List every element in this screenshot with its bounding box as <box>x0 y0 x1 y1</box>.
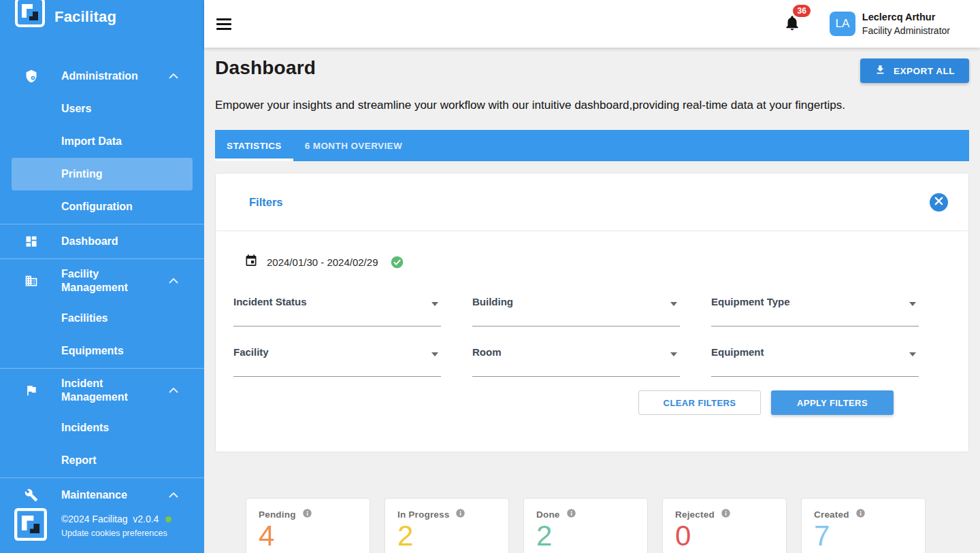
sidebar: Facilitag Administration Users Import Da… <box>0 0 204 553</box>
sidebar-item-label: Facilities <box>61 312 108 325</box>
sidebar-item-import-data[interactable]: Import Data <box>0 125 204 158</box>
tab-statistics[interactable]: STATISTICS <box>215 130 293 161</box>
filters-title: Filters <box>249 196 283 209</box>
stat-label: Rejected <box>675 509 715 520</box>
stat-label: Created <box>814 509 849 520</box>
sidebar-item-report[interactable]: Report <box>0 444 204 477</box>
brand: Facilitag <box>0 0 204 34</box>
info-icon[interactable] <box>566 508 576 521</box>
dashboard-icon <box>23 233 39 250</box>
sidebar-item-incident-management[interactable]: Incident Management <box>0 369 204 412</box>
stat-value: 4 <box>259 521 370 551</box>
sidebar-item-configuration[interactable]: Configuration <box>0 190 204 223</box>
page-content: Dashboard EXPORT ALL Empower your insigh… <box>204 48 980 553</box>
main-area: 36 LA Leclercq Arthur Facility Administr… <box>204 0 980 553</box>
dropdown-arrow-icon <box>431 302 438 306</box>
stat-value: 7 <box>814 521 925 551</box>
date-range-value: 2024/01/30 - 2024/02/29 <box>267 256 378 268</box>
stat-card-done: Done 2 <box>523 498 648 553</box>
sidebar-item-incidents[interactable]: Incidents <box>0 412 204 444</box>
sidebar-item-label: Report <box>61 454 97 467</box>
equipment-type-select[interactable]: Equipment Type <box>711 296 919 326</box>
page-subtitle: Empower your insights and streamline you… <box>215 99 969 112</box>
incident-status-select[interactable]: Incident Status <box>233 296 441 326</box>
sidebar-item-dashboard[interactable]: Dashboard <box>0 225 204 258</box>
user-info[interactable]: Leclercq Arthur Facility Administrator <box>862 12 950 36</box>
stat-label: In Progress <box>397 509 449 520</box>
shield-icon <box>23 68 39 84</box>
sidebar-divider <box>0 258 204 259</box>
info-icon[interactable] <box>455 508 466 521</box>
notification-badge: 36 <box>793 5 810 17</box>
stat-card-in-progress: In Progress 2 <box>385 498 509 553</box>
facility-select[interactable]: Facility <box>233 346 441 377</box>
sidebar-item-facilities[interactable]: Facilities <box>0 302 204 335</box>
sidebar-item-label: Incident Management <box>61 377 162 404</box>
stats-cards: Pending 4 In Progress 2 <box>246 498 969 553</box>
dropdown-arrow-icon <box>909 302 916 306</box>
sidebar-item-label: Administration <box>61 69 138 83</box>
close-icon <box>934 197 943 207</box>
chevron-up-icon <box>169 492 178 498</box>
stat-value: 2 <box>397 521 508 551</box>
sidebar-divider <box>0 477 204 478</box>
export-all-button[interactable]: EXPORT ALL <box>860 58 969 83</box>
top-header: 36 LA Leclercq Arthur Facility Administr… <box>204 0 980 48</box>
chevron-up-icon <box>169 278 178 284</box>
avatar[interactable]: LA <box>830 12 855 36</box>
dropdown-arrow-icon <box>909 352 916 356</box>
close-filters-button[interactable] <box>930 193 948 212</box>
brand-title: Facilitag <box>54 8 116 26</box>
chevron-up-icon <box>169 73 178 79</box>
flag-icon <box>23 382 39 399</box>
room-select[interactable]: Room <box>472 346 680 377</box>
filters-panel: Filters 2024/01/30 - 2024/02/29 <box>215 173 969 452</box>
sidebar-item-equipments[interactable]: Equipments <box>0 335 204 367</box>
user-role: Facility Administrator <box>862 25 950 36</box>
sidebar-item-label: Dashboard <box>61 235 118 248</box>
page-title: Dashboard <box>215 57 316 79</box>
stat-label: Pending <box>259 509 296 520</box>
check-circle-icon <box>390 255 404 269</box>
building-select[interactable]: Building <box>472 296 680 326</box>
status-dot-icon <box>165 516 172 522</box>
cookies-preferences-link[interactable]: Update cookies preferences <box>61 529 172 538</box>
sidebar-item-label: Facility Management <box>61 267 162 295</box>
sidebar-item-label: Equipments <box>61 344 124 358</box>
info-icon[interactable] <box>855 508 866 521</box>
sidebar-item-maintenance[interactable]: Maintenance <box>0 479 204 512</box>
apply-filters-button[interactable]: APPLY FILTERS <box>771 390 894 415</box>
info-icon[interactable] <box>721 508 731 521</box>
stat-value: 2 <box>536 521 647 551</box>
sidebar-item-label: Import Data <box>61 135 122 148</box>
stat-label: Done <box>536 509 560 520</box>
tab-bar: STATISTICS 6 MONTH OVERVIEW <box>215 130 969 161</box>
sidebar-item-printing[interactable]: Printing <box>12 158 193 190</box>
date-range-picker[interactable]: 2024/01/30 - 2024/02/29 <box>244 254 951 271</box>
calendar-icon <box>244 254 258 271</box>
stat-card-pending: Pending 4 <box>246 498 370 553</box>
info-icon[interactable] <box>302 508 312 521</box>
sidebar-divider <box>0 224 204 224</box>
sidebar-item-facility-management[interactable]: Facility Management <box>0 260 204 302</box>
sidebar-item-label: Users <box>61 102 91 116</box>
clear-filters-button[interactable]: CLEAR FILTERS <box>638 390 761 415</box>
hamburger-menu-icon[interactable] <box>216 18 231 30</box>
sidebar-item-label: Incidents <box>61 421 109 435</box>
notifications-button[interactable]: 36 <box>783 13 801 35</box>
sidebar-divider <box>0 368 204 369</box>
stat-value: 0 <box>675 521 786 551</box>
facilitag-logo-icon <box>15 0 45 30</box>
dropdown-arrow-icon <box>670 352 677 356</box>
sidebar-footer: ©2024 Facilitag v2.0.4 Update cookies pr… <box>14 508 172 543</box>
building-icon <box>23 273 39 289</box>
sidebar-menu: Administration Users Import Data Printin… <box>0 60 204 512</box>
sidebar-item-label: Printing <box>61 167 102 181</box>
sidebar-item-users[interactable]: Users <box>0 93 204 125</box>
equipment-select[interactable]: Equipment <box>711 346 919 377</box>
sidebar-item-label: Maintenance <box>61 488 127 502</box>
bell-icon <box>783 22 801 34</box>
tab-6-month-overview[interactable]: 6 MONTH OVERVIEW <box>293 130 414 161</box>
sidebar-item-label: Configuration <box>61 200 133 214</box>
sidebar-item-administration[interactable]: Administration <box>0 60 204 93</box>
